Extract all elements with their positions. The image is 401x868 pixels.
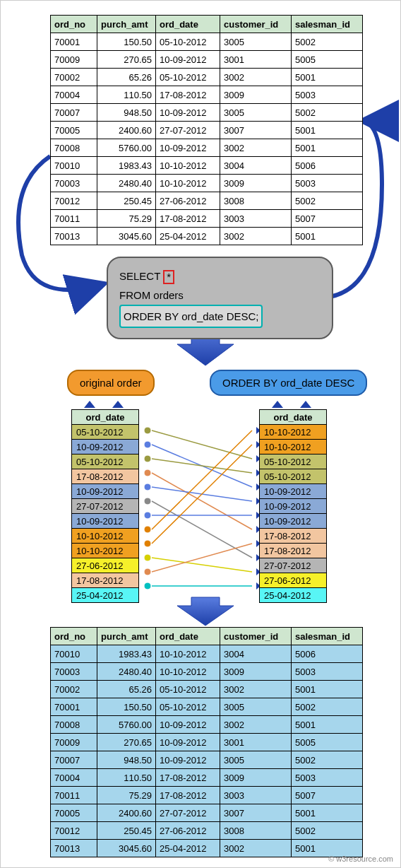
cell: 27-06-2012 bbox=[156, 192, 220, 210]
cell: 3045.60 bbox=[97, 840, 156, 857]
table-row: 700133045.6025-04-201230025001 bbox=[51, 840, 363, 857]
cell: 10-09-2012 bbox=[156, 734, 220, 751]
cell: 10-10-2012 bbox=[156, 157, 220, 175]
col-header: ord_no bbox=[51, 16, 97, 33]
cell: 10-10-2012 bbox=[156, 175, 220, 192]
cell: 3008 bbox=[220, 822, 292, 840]
table-row: 700133045.6025-04-201230025001 bbox=[51, 228, 363, 245]
cell: 5001 bbox=[292, 716, 363, 734]
table-row: 700052400.6027-07-201230075001 bbox=[51, 122, 363, 139]
col-header: salesman_id bbox=[292, 16, 363, 33]
cell: 3002 bbox=[220, 681, 292, 698]
cell: 70005 bbox=[51, 122, 97, 139]
date-cell: 17-08-2012 bbox=[72, 469, 139, 484]
cell: 10-09-2012 bbox=[156, 139, 220, 157]
sql-star-highlight: * bbox=[163, 270, 174, 285]
table-row: 700052400.6027-07-201230075001 bbox=[51, 804, 363, 822]
cell: 10-09-2012 bbox=[156, 104, 220, 122]
cell: 5007 bbox=[292, 210, 363, 228]
cell: 70001 bbox=[51, 698, 97, 716]
date-cell: 17-08-2012 bbox=[72, 573, 139, 588]
cell: 70008 bbox=[51, 716, 97, 734]
cell: 3002 bbox=[220, 840, 292, 857]
table-row: 700101983.4310-10-201230045006 bbox=[51, 645, 363, 663]
cell: 70003 bbox=[51, 663, 97, 681]
cell: 150.50 bbox=[97, 33, 156, 51]
cell: 3005 bbox=[220, 33, 292, 51]
cell: 250.45 bbox=[97, 822, 156, 840]
cell: 70007 bbox=[51, 751, 97, 769]
cell: 10-10-2012 bbox=[156, 645, 220, 663]
cell: 3009 bbox=[220, 769, 292, 787]
svg-point-19 bbox=[144, 554, 151, 561]
sql-orderby-highlight: ORDER BY ord_date DESC; bbox=[119, 305, 263, 328]
col-header: customer_id bbox=[220, 628, 292, 645]
table-row: 70007948.5010-09-201230055002 bbox=[51, 751, 363, 769]
table-row: 7001175.2917-08-201230035007 bbox=[51, 787, 363, 804]
table-row: 70001150.5005-10-201230055002 bbox=[51, 33, 363, 51]
cell: 70002 bbox=[51, 69, 97, 86]
table-row: 70004110.5017-08-201230095003 bbox=[51, 769, 363, 787]
cell: 5002 bbox=[292, 33, 363, 51]
date-cell: 10-09-2012 bbox=[72, 484, 139, 499]
cell: 5001 bbox=[292, 681, 363, 698]
cell: 70011 bbox=[51, 210, 97, 228]
date-cell: 10-09-2012 bbox=[72, 514, 139, 529]
svg-point-9 bbox=[144, 483, 151, 491]
cell: 3007 bbox=[220, 122, 292, 139]
cell: 10-09-2012 bbox=[156, 716, 220, 734]
left-date-header: ord_date bbox=[72, 410, 139, 425]
cell: 2480.40 bbox=[97, 663, 156, 681]
cell: 5002 bbox=[292, 192, 363, 210]
date-cell: 10-10-2012 bbox=[260, 425, 327, 440]
table-row: 7000265.2605-10-201230025001 bbox=[51, 69, 363, 86]
svg-point-15 bbox=[144, 526, 151, 533]
cell: 3002 bbox=[220, 69, 292, 86]
cell: 70010 bbox=[51, 157, 97, 175]
cell: 75.29 bbox=[97, 787, 156, 804]
sql-query-box: SELECT * FROM orders ORDER BY ord_date D… bbox=[107, 257, 333, 339]
cell: 3005 bbox=[220, 698, 292, 716]
source-table: ord_nopurch_amtord_datecustomer_idsalesm… bbox=[50, 15, 363, 245]
cell: 05-10-2012 bbox=[156, 681, 220, 698]
cell: 5760.00 bbox=[97, 139, 156, 157]
svg-line-16 bbox=[152, 430, 252, 529]
cell: 3001 bbox=[220, 51, 292, 69]
cell: 3009 bbox=[220, 663, 292, 681]
date-cell: 10-10-2012 bbox=[72, 529, 139, 544]
cell: 5002 bbox=[292, 104, 363, 122]
table-row: 70004110.5017-08-201230095003 bbox=[51, 86, 363, 104]
cell: 70013 bbox=[51, 228, 97, 245]
cell: 5003 bbox=[292, 769, 363, 787]
table-row: 70001150.5005-10-201230055002 bbox=[51, 698, 363, 716]
cell: 3004 bbox=[220, 645, 292, 663]
svg-line-22 bbox=[152, 544, 252, 572]
date-cell: 10-09-2012 bbox=[260, 514, 327, 529]
cell: 5760.00 bbox=[97, 716, 156, 734]
cell: 05-10-2012 bbox=[156, 698, 220, 716]
svg-point-7 bbox=[144, 469, 151, 476]
svg-point-3 bbox=[144, 441, 151, 448]
cell: 5003 bbox=[292, 175, 363, 192]
cell: 3003 bbox=[220, 787, 292, 804]
cell: 3009 bbox=[220, 175, 292, 192]
sql-select: SELECT bbox=[119, 270, 160, 282]
date-cell: 17-08-2012 bbox=[260, 544, 327, 558]
date-cell: 05-10-2012 bbox=[72, 425, 139, 440]
cell: 150.50 bbox=[97, 698, 156, 716]
table-row: 70009270.6510-09-201230015005 bbox=[51, 51, 363, 69]
date-cell: 17-08-2012 bbox=[260, 529, 327, 544]
svg-point-11 bbox=[144, 498, 151, 505]
cell: 1983.43 bbox=[97, 157, 156, 175]
cell: 70011 bbox=[51, 787, 97, 804]
cell: 65.26 bbox=[97, 681, 156, 698]
cell: 70008 bbox=[51, 139, 97, 157]
cell: 3002 bbox=[220, 716, 292, 734]
cell: 2480.40 bbox=[97, 175, 156, 192]
cell: 5003 bbox=[292, 663, 363, 681]
date-cell: 10-09-2012 bbox=[260, 499, 327, 514]
svg-line-4 bbox=[152, 445, 252, 487]
cell: 948.50 bbox=[97, 751, 156, 769]
cell: 70001 bbox=[51, 33, 97, 51]
col-header: ord_date bbox=[156, 628, 220, 645]
